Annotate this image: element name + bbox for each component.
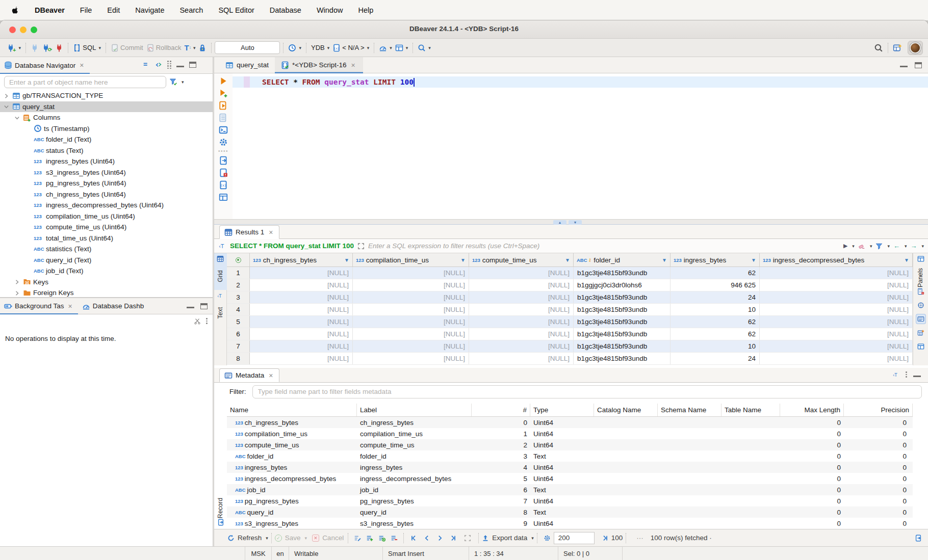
- execute-in-new-tab-icon[interactable]: [219, 89, 228, 98]
- tree-expander-icon[interactable]: [14, 278, 21, 285]
- calc-panel-toggle-icon[interactable]: [915, 535, 922, 542]
- grid-cell[interactable]: [NULL]: [760, 304, 913, 315]
- tree-item[interactable]: 123ingress_decompressed_bytes (Uint64): [0, 200, 213, 211]
- maximize-view-icon[interactable]: [189, 62, 196, 68]
- row-number[interactable]: 8: [227, 353, 250, 364]
- compare-button[interactable]: ▾: [394, 43, 410, 53]
- metadata-column-num[interactable]: #: [472, 404, 530, 416]
- column-header-ch_ingress_bytes[interactable]: 123ch_ingress_bytes▼: [250, 253, 353, 266]
- grid-cell[interactable]: [NULL]: [353, 316, 469, 328]
- grid-cell[interactable]: [NULL]: [353, 279, 469, 291]
- clear-finished-tasks-icon[interactable]: [194, 317, 201, 325]
- metadata-panel-icon[interactable]: [916, 314, 925, 324]
- cancel-button[interactable]: ✕Cancel: [312, 534, 345, 542]
- sort-dropdown-icon[interactable]: ▼: [460, 257, 466, 263]
- tab-query-stat[interactable]: query_stat: [219, 57, 275, 73]
- add-row-icon[interactable]: [366, 535, 373, 542]
- tree-item[interactable]: query_stat: [0, 101, 213, 113]
- grid-cell[interactable]: 946 625: [671, 279, 760, 291]
- minimize-panel-icon[interactable]: [913, 372, 921, 377]
- close-icon[interactable]: ×: [78, 61, 85, 69]
- metadata-row[interactable]: ABCfolder_id folder_id 3 Text 0 0: [227, 450, 913, 462]
- tree-item[interactable]: Columns: [0, 112, 213, 123]
- tree-expander-icon[interactable]: [14, 114, 21, 121]
- sql-editor-button[interactable]: SQL▾: [71, 43, 102, 53]
- tab-script-16[interactable]: *<YDB> Script-16 ×: [275, 57, 363, 73]
- grid-cell[interactable]: [NULL]: [469, 267, 574, 279]
- metadata-column-label[interactable]: Label: [357, 404, 472, 416]
- tree-expander-icon[interactable]: [14, 289, 21, 297]
- sash-down-icon[interactable]: ▼: [569, 220, 582, 225]
- menu-database[interactable]: Database: [270, 6, 301, 14]
- tree-item[interactable]: 123total_time_us (Uint64): [0, 233, 213, 244]
- row-number[interactable]: 3: [227, 291, 250, 303]
- grid-cell[interactable]: [NULL]: [760, 279, 913, 291]
- editor-results-splitter[interactable]: ▲ ▼: [214, 219, 928, 225]
- grid-cell[interactable]: [NULL]: [250, 279, 353, 291]
- database-selector[interactable]: < N/A >▾: [331, 43, 371, 53]
- sash-up-icon[interactable]: ▲: [553, 220, 566, 225]
- panel-menu-icon[interactable]: [906, 371, 907, 378]
- toolbar-drag-handle[interactable]: ••••: [218, 150, 228, 153]
- grid-cell[interactable]: b1gc3tje4815bf93undb: [574, 328, 671, 340]
- grid-cell[interactable]: [NULL]: [469, 304, 574, 315]
- select-row-icon[interactable]: [464, 535, 471, 542]
- metadata-column-tablename[interactable]: Table Name: [721, 404, 780, 416]
- references-panel-icon[interactable]: [916, 342, 925, 351]
- grid-cell[interactable]: 62: [671, 316, 760, 328]
- presentation-text-tab[interactable]: Text: [214, 290, 227, 326]
- sort-dropdown-icon[interactable]: ▼: [344, 257, 349, 263]
- edit-cell-icon[interactable]: [354, 535, 361, 542]
- grid-corner-button[interactable]: [227, 253, 250, 266]
- grid-cell[interactable]: b1gc3tje4815bf93undb: [574, 304, 671, 315]
- panels-icon[interactable]: [917, 255, 924, 262]
- history-forward-icon[interactable]: →: [910, 242, 917, 250]
- disconnect-button[interactable]: [54, 43, 65, 53]
- next-page-icon[interactable]: [436, 535, 444, 542]
- grid-cell[interactable]: [NULL]: [250, 304, 353, 315]
- grouping-panel-icon[interactable]: [916, 328, 925, 337]
- grid-cell[interactable]: [NULL]: [250, 328, 353, 340]
- tab-results-1[interactable]: Results 1 ×: [219, 225, 279, 239]
- metadata-filter-input[interactable]: [252, 385, 922, 398]
- presentation-grid-tab[interactable]: Grid: [214, 253, 227, 290]
- tab-metadata[interactable]: Metadata ×: [219, 368, 279, 382]
- metadata-row[interactable]: 123compilation_time_us compilation_time_…: [227, 428, 913, 439]
- status-timezone[interactable]: MSK: [245, 547, 271, 560]
- save-button[interactable]: ✓Save▾: [275, 534, 307, 542]
- grid-cell[interactable]: [NULL]: [469, 328, 574, 340]
- grid-cell[interactable]: b1gc3tje4815bf93undb: [574, 267, 671, 279]
- results-filter-input[interactable]: Enter a SQL expression to filter results…: [368, 242, 840, 250]
- layout-icon[interactable]: [219, 193, 228, 202]
- tree-item[interactable]: Foreign Keys: [0, 287, 213, 298]
- duplicate-row-icon[interactable]: [378, 535, 385, 542]
- row-number[interactable]: 6: [227, 328, 250, 340]
- grid-cell[interactable]: [NULL]: [353, 353, 469, 364]
- tree-item[interactable]: ABCjob_id (Text): [0, 265, 213, 277]
- status-caret-position[interactable]: 1 : 35 : 34: [469, 547, 558, 560]
- tree-item[interactable]: 123ingress_bytes (Uint64): [0, 156, 213, 167]
- export-from-query-icon[interactable]: [219, 156, 228, 165]
- user-profile-button[interactable]: [908, 41, 923, 55]
- execute-script-natively-icon[interactable]: [219, 113, 228, 122]
- lock-button[interactable]: [197, 43, 208, 53]
- row-number[interactable]: 7: [227, 340, 250, 352]
- tree-expander-icon[interactable]: [3, 103, 10, 110]
- quick-search-icon[interactable]: [872, 42, 885, 54]
- minimize-view-icon[interactable]: [176, 63, 184, 67]
- view-menu-icon[interactable]: [167, 61, 171, 69]
- tree-item[interactable]: ABCstatistics (Text): [0, 244, 213, 255]
- menu-sql-editor[interactable]: SQL Editor: [218, 6, 254, 14]
- sort-dropdown-icon[interactable]: ▼: [662, 257, 667, 263]
- sort-dropdown-icon[interactable]: ▼: [904, 257, 909, 263]
- export-data-button[interactable]: Export data▾: [482, 534, 534, 542]
- search-tool-button[interactable]: ▾: [416, 43, 432, 53]
- menu-edit[interactable]: Edit: [107, 6, 120, 14]
- transaction-history-button[interactable]: ▾: [287, 43, 303, 53]
- show-log-icon[interactable]: [219, 168, 228, 177]
- sql-text-icon[interactable]: [218, 242, 226, 250]
- column-header-ingress_decompressed_bytes[interactable]: 123ingress_decompressed_bytes▼: [760, 253, 913, 266]
- panel-sql-icon[interactable]: [892, 371, 899, 378]
- menu-window[interactable]: Window: [317, 6, 343, 14]
- execute-statement-icon[interactable]: [219, 76, 228, 86]
